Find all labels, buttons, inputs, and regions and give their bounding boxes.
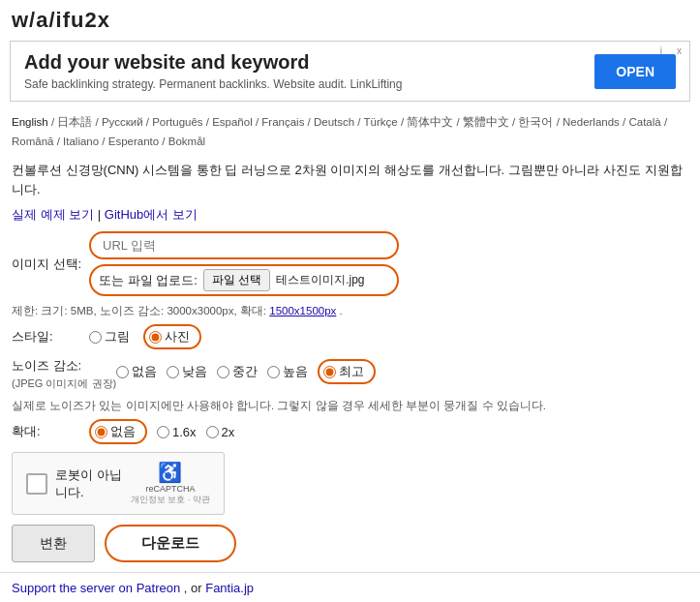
divider: [0, 572, 700, 573]
noise-none-label: 없음: [132, 363, 157, 380]
scale-none-option[interactable]: 없음: [89, 419, 147, 444]
scale-row: 확대: 없음 1.6x 2x: [12, 419, 688, 444]
style-drawing-label: 그림: [105, 328, 130, 346]
recaptcha-box: 로봇이 아닙니다. ♿ reCAPTCHA 개인정보 보호 · 약관: [12, 452, 225, 515]
noise-low-label: 낮음: [182, 363, 207, 380]
style-photo-label: 사진: [165, 328, 190, 346]
limit-text-content: 제한: 크기: 5MB, 노이즈 감소: 3000x3000px, 확대:: [12, 305, 266, 316]
github-link[interactable]: GitHub에서 보기: [105, 207, 198, 222]
noise-high-option[interactable]: 높음: [267, 363, 308, 380]
recaptcha-privacy-link[interactable]: 개인정보 보호 · 약관: [131, 495, 210, 504]
noise-low-option[interactable]: 낮음: [167, 363, 207, 380]
download-button[interactable]: 다운로드: [105, 525, 236, 562]
style-drawing-radio[interactable]: [89, 331, 102, 344]
recaptcha-label: 로봇이 아닙니다.: [55, 467, 131, 501]
links-separator: |: [98, 207, 105, 222]
language-nav: English / 日本語 / Русский / Português / Es…: [0, 109, 700, 159]
noise-highest-label: 최고: [339, 363, 364, 380]
scale-none-radio[interactable]: [95, 426, 107, 438]
ad-subtitle: Safe backlinking strategy. Permanent bac…: [24, 77, 402, 91]
file-name: 테스트이미지.jpg: [276, 272, 364, 288]
image-select-label: 이미지 선택:: [12, 256, 89, 273]
header: w/a/ifu2x: [0, 0, 700, 37]
current-language[interactable]: English: [12, 116, 48, 128]
scale-none-label: 없음: [110, 423, 136, 440]
ad-title: Add your website and keyword: [24, 51, 402, 74]
description-text: 컨볼루션 신경망(CNN) 시스템을 통한 딥 러닝으로 2차원 이미지의 해상…: [0, 159, 700, 204]
ad-close-icon[interactable]: x: [677, 45, 682, 56]
style-options: 그림 사진: [89, 324, 201, 349]
image-select-row: 이미지 선택: 또는 파일 업로드: 파일 선택 테스트이미지.jpg: [12, 231, 688, 296]
style-drawing-option[interactable]: 그림: [89, 328, 130, 346]
noise-low-radio[interactable]: [167, 366, 179, 378]
recaptcha-logo: ♿ reCAPTCHA 개인정보 보호 · 약관: [131, 461, 210, 506]
noise-medium-radio[interactable]: [217, 366, 229, 378]
ad-open-button[interactable]: OPEN: [594, 54, 676, 89]
noise-sublabel: (JPEG 이미지에 권장): [12, 376, 116, 391]
form-area: 이미지 선택: 또는 파일 업로드: 파일 선택 테스트이미지.jpg 제한: …: [0, 231, 700, 562]
noise-none-radio[interactable]: [116, 366, 129, 378]
url-input[interactable]: [89, 231, 399, 259]
scale-2x-option[interactable]: 2x: [206, 425, 235, 439]
noise-none-option[interactable]: 없음: [116, 363, 157, 380]
scale-label: 확대:: [12, 423, 89, 440]
noise-label: 노이즈 감소:: [12, 357, 116, 375]
file-upload-label: 또는 파일 업로드:: [99, 272, 198, 289]
noise-high-radio[interactable]: [267, 366, 280, 378]
recaptcha-icon: ♿: [158, 461, 182, 484]
warning-text: 실제로 노이즈가 있는 이미지에만 사용해야 합니다. 그렇지 않을 경우 세세…: [12, 399, 688, 413]
noise-medium-option[interactable]: 중간: [217, 363, 258, 380]
noise-high-label: 높음: [283, 363, 308, 380]
limit-dot: .: [340, 305, 343, 316]
ad-banner: Add your website and keyword Safe backli…: [10, 41, 690, 102]
file-choose-button[interactable]: 파일 선택: [203, 269, 270, 291]
or-text: , or: [184, 581, 205, 595]
fantia-link[interactable]: Fantia.jp: [205, 581, 254, 595]
recaptcha-checkbox[interactable]: [26, 473, 47, 495]
buttons-row: 변환 다운로드: [12, 525, 688, 562]
scale-2x-radio[interactable]: [206, 426, 219, 438]
noise-highest-radio[interactable]: [323, 366, 336, 378]
convert-button[interactable]: 변환: [12, 525, 95, 562]
recaptcha-row: 로봇이 아닙니다. ♿ reCAPTCHA 개인정보 보호 · 약관: [12, 452, 688, 515]
image-select-container: 또는 파일 업로드: 파일 선택 테스트이미지.jpg: [89, 231, 688, 296]
site-title: w/a/ifu2x: [12, 8, 688, 33]
links-row: 실제 예제 보기 | GitHub에서 보기: [0, 204, 700, 231]
scale-1.6x-label: 1.6x: [172, 425, 197, 439]
noise-row: 노이즈 감소: (JPEG 이미지에 권장) 없음 낮음 중간 높음 최: [12, 357, 688, 391]
support-row: Support the server on Patreon , or Fanti…: [0, 577, 700, 602]
noise-options: 없음 낮음 중간 높음 최고: [116, 359, 376, 384]
noise-highest-option[interactable]: 최고: [318, 359, 376, 384]
style-label: 스타일:: [12, 328, 89, 346]
limit-text: 제한: 크기: 5MB, 노이즈 감소: 3000x3000px, 확대: 15…: [12, 304, 688, 318]
scale-1.6x-option[interactable]: 1.6x: [157, 425, 197, 439]
limit-link[interactable]: 1500x1500px: [269, 305, 336, 316]
style-photo-radio[interactable]: [149, 331, 162, 344]
scale-1.6x-radio[interactable]: [157, 426, 169, 438]
ad-info-icon: i: [660, 45, 662, 56]
recaptcha-brand: reCAPTCHA: [145, 484, 195, 494]
patreon-link[interactable]: Support the server on Patreon: [12, 581, 180, 595]
recaptcha-privacy-text: 개인정보 보호 · 약관: [131, 494, 210, 506]
other-languages: 日本語 / Русский / Português / Español / Fr…: [12, 116, 667, 147]
ad-text: Add your website and keyword Safe backli…: [24, 51, 402, 91]
style-photo-option[interactable]: 사진: [143, 324, 201, 349]
style-row: 스타일: 그림 사진: [12, 324, 688, 349]
scale-options: 없음 1.6x 2x: [89, 419, 234, 444]
noise-medium-label: 중간: [232, 363, 258, 380]
example-link[interactable]: 실제 예제 보기: [12, 207, 94, 222]
scale-2x-label: 2x: [222, 425, 235, 439]
file-upload-row: 또는 파일 업로드: 파일 선택 테스트이미지.jpg: [89, 264, 399, 296]
noise-label-block: 노이즈 감소: (JPEG 이미지에 권장): [12, 357, 116, 391]
